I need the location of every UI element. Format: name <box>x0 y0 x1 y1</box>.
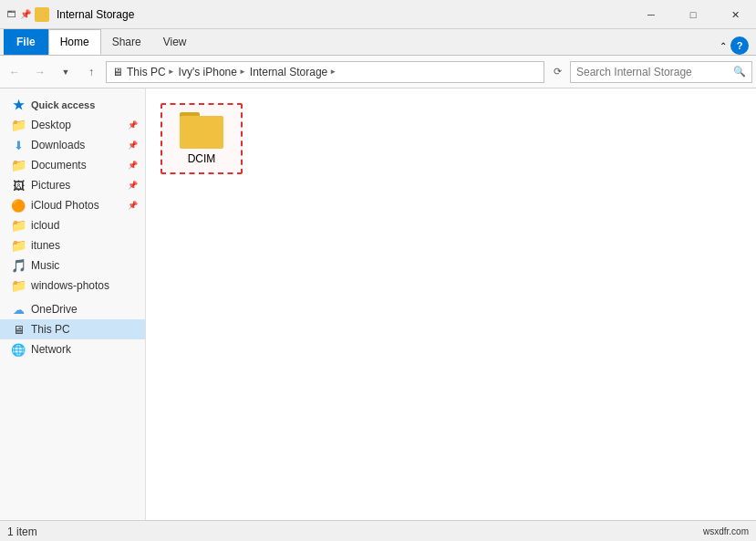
pin-indicator: 📌 <box>128 120 138 130</box>
desktop-folder-icon: 📁 <box>11 118 26 132</box>
breadcrumb-iphone[interactable]: Ivy's iPhone ► <box>179 66 246 78</box>
folder-body <box>180 116 223 149</box>
icloud-photos-icon: 🟠 <box>11 198 26 213</box>
address-bar-row: ← → ▼ ↑ 🖥 This PC ► Ivy's iPhone ► Inter… <box>0 56 756 88</box>
folder-dcim-label: DCIM <box>188 152 216 165</box>
title-bar: 🗔 📌 Internal Storage ─ □ ✕ <box>0 0 756 29</box>
sidebar-item-windows-photos[interactable]: 📁 windows-photos <box>0 276 145 296</box>
breadcrumb-chevron-3: ► <box>329 68 337 76</box>
sidebar-item-desktop[interactable]: 📁 Desktop 📌 <box>0 115 145 135</box>
search-input[interactable] <box>576 66 730 78</box>
status-item-count: 1 item <box>7 525 37 538</box>
documents-icon: 📁 <box>11 158 26 172</box>
recent-locations-button[interactable]: ▼ <box>55 61 77 83</box>
help-button[interactable]: ? <box>730 36 749 55</box>
sidebar-item-icloud[interactable]: 📁 icloud <box>0 215 145 235</box>
sidebar-item-pictures[interactable]: 🖼 Pictures 📌 <box>0 175 145 195</box>
folder-dcim[interactable]: DCIM <box>161 103 243 174</box>
breadcrumb-chevron-2: ► <box>239 68 246 76</box>
main-container: ★ Quick access 📁 Desktop 📌 ⬇ Downloads 📌… <box>0 88 756 520</box>
tab-home[interactable]: Home <box>48 29 101 55</box>
taskbar-right-label: wsxdfr.com <box>703 526 749 536</box>
breadcrumb-chevron-1: ► <box>168 68 175 76</box>
ribbon-tabs: File Home Share View ⌃ ? <box>0 29 756 55</box>
breadcrumb-computer-icon: 🖥 <box>112 66 123 78</box>
tab-share[interactable]: Share <box>101 29 152 55</box>
window-folder-icon <box>35 7 49 22</box>
sidebar-item-music[interactable]: 🎵 Music <box>0 255 145 276</box>
pictures-icon: 🖼 <box>11 178 26 192</box>
minimize-button[interactable]: ─ <box>630 0 672 29</box>
search-box[interactable]: 🔍 <box>570 61 752 83</box>
folder-dcim-icon <box>180 112 223 149</box>
sidebar-item-this-pc[interactable]: 🖥 This PC <box>0 319 145 339</box>
breadcrumb-this-pc[interactable]: This PC ► <box>127 66 175 78</box>
network-icon: 🌐 <box>11 342 26 357</box>
system-icon: 🗔 <box>7 9 16 19</box>
icloud-folder-icon: 📁 <box>11 218 26 233</box>
refresh-button[interactable]: ⟳ <box>548 61 566 83</box>
window-controls: ─ □ ✕ <box>630 0 756 29</box>
pin-indicator-docs: 📌 <box>128 161 138 170</box>
pin-indicator-dl: 📌 <box>128 140 138 150</box>
sidebar: ★ Quick access 📁 Desktop 📌 ⬇ Downloads 📌… <box>0 88 146 520</box>
search-icon: 🔍 <box>733 66 746 78</box>
maximize-button[interactable]: □ <box>672 0 714 29</box>
onedrive-icon: ☁ <box>11 302 26 317</box>
breadcrumb-internal-storage[interactable]: Internal Storage ► <box>250 66 337 78</box>
sidebar-item-itunes[interactable]: 📁 itunes <box>0 235 145 255</box>
this-pc-icon: 🖥 <box>11 322 26 337</box>
back-button[interactable]: ← <box>4 61 26 83</box>
forward-button[interactable]: → <box>29 61 51 83</box>
title-bar-icons: 🗔 📌 <box>7 7 49 22</box>
star-icon: ★ <box>11 98 26 112</box>
pin-icon: 📌 <box>20 9 31 19</box>
sidebar-item-downloads[interactable]: ⬇ Downloads 📌 <box>0 135 145 155</box>
itunes-folder-icon: 📁 <box>11 238 26 253</box>
music-icon: 🎵 <box>11 258 26 273</box>
sidebar-section-quick-access: ★ Quick access <box>0 92 145 115</box>
tab-view[interactable]: View <box>152 29 198 55</box>
close-button[interactable]: ✕ <box>714 0 756 29</box>
sidebar-item-onedrive[interactable]: ☁ OneDrive <box>0 299 145 319</box>
windows-photos-icon: 📁 <box>11 278 26 293</box>
up-button[interactable]: ↑ <box>80 61 102 83</box>
tab-file[interactable]: File <box>4 29 48 55</box>
downloads-icon: ⬇ <box>11 138 26 152</box>
status-bar: 1 item wsxdfr.com <box>0 520 756 541</box>
sidebar-item-documents[interactable]: 📁 Documents 📌 <box>0 155 145 175</box>
status-right: wsxdfr.com <box>703 526 749 536</box>
content-area: DCIM <box>146 88 756 520</box>
sidebar-item-network[interactable]: 🌐 Network <box>0 339 145 359</box>
sidebar-item-icloud-photos[interactable]: 🟠 iCloud Photos 📌 <box>0 195 145 215</box>
ribbon-toggle-icon[interactable]: ⌃ <box>720 41 727 51</box>
address-box[interactable]: 🖥 This PC ► Ivy's iPhone ► Internal Stor… <box>106 61 544 83</box>
pin-indicator-icloud: 📌 <box>128 201 138 210</box>
ribbon: File Home Share View ⌃ ? <box>0 29 756 56</box>
pin-indicator-pic: 📌 <box>128 181 138 190</box>
